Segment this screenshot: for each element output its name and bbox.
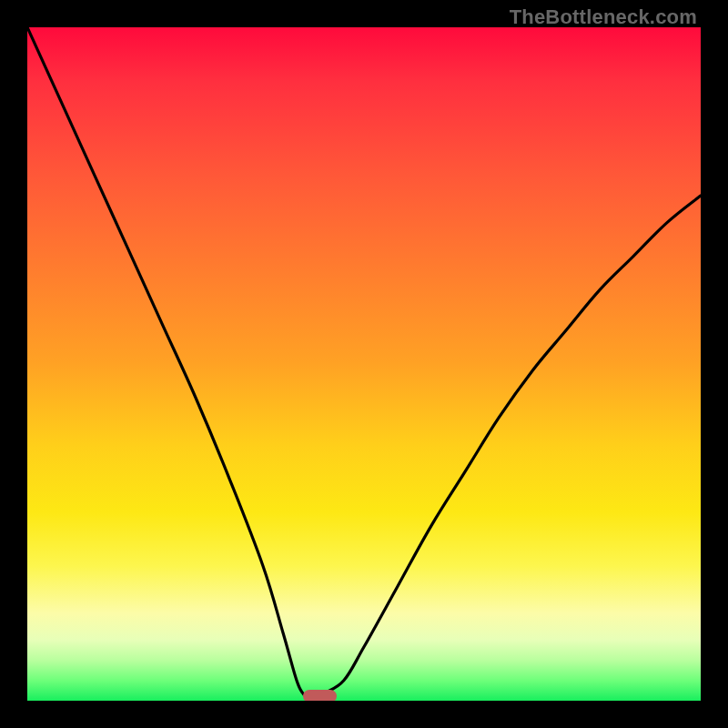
plot-area bbox=[27, 27, 701, 701]
watermark-text: TheBottleneck.com bbox=[510, 5, 697, 29]
bottleneck-curve bbox=[27, 27, 701, 701]
curve-layer bbox=[27, 27, 701, 701]
minimum-marker bbox=[303, 690, 337, 701]
chart-frame: TheBottleneck.com bbox=[0, 0, 728, 728]
